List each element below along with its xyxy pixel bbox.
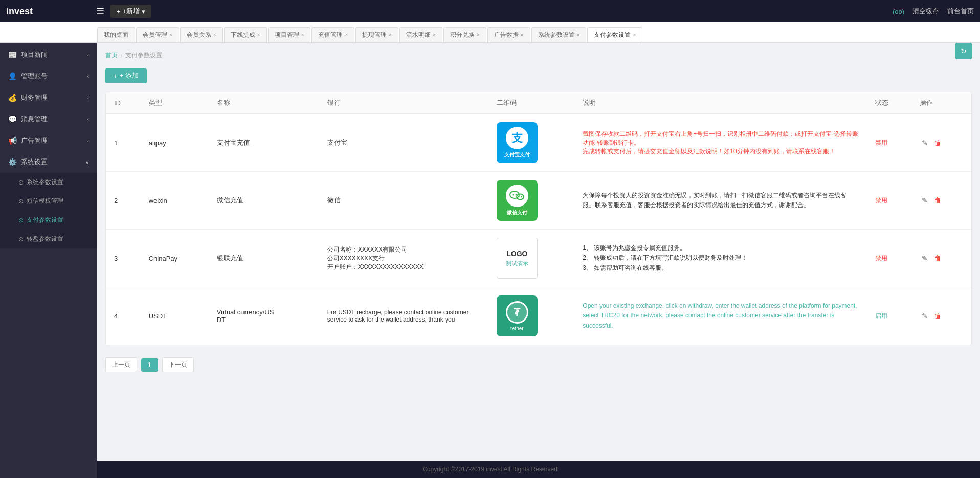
edit-button[interactable]: ✎ bbox=[920, 253, 930, 263]
status-badge: 禁用 bbox=[875, 197, 887, 204]
delete-button[interactable]: 🗑 bbox=[932, 138, 943, 148]
submenu-wheel-params[interactable]: ⊙ 转盘参数设置 bbox=[0, 230, 97, 248]
pagination: 上一页 1 下一页 bbox=[105, 353, 972, 376]
tab-close-icon[interactable]: × bbox=[169, 32, 172, 38]
qr-weixin-image: 微信支付 bbox=[497, 180, 538, 221]
cell-qr: 支 支付宝支付 bbox=[488, 114, 574, 172]
breadcrumb-home[interactable]: 首页 bbox=[105, 51, 118, 60]
tab-sys-params[interactable]: 系统参数设置 × bbox=[531, 27, 587, 42]
dropdown-arrow-icon: ▾ bbox=[142, 8, 145, 15]
cell-type: ChinaPay bbox=[141, 230, 209, 287]
qr-tether-image: ₮ tether bbox=[497, 295, 538, 336]
cell-actions: ✎ 🗑 bbox=[911, 230, 971, 287]
alipay-icon: 支 bbox=[506, 127, 528, 149]
col-desc: 说明 bbox=[574, 92, 867, 114]
wechat-icon bbox=[506, 185, 528, 207]
sidebar-item-news[interactable]: 📰 项目新闻 ‹ bbox=[0, 44, 97, 65]
submenu-icon: ⊙ bbox=[18, 179, 24, 186]
tab-label: 充值管理 bbox=[318, 31, 343, 39]
sidebar-item-finance[interactable]: 💰 财务管理 ‹ bbox=[0, 87, 97, 108]
menu-toggle-icon[interactable]: ☰ bbox=[96, 6, 104, 17]
submenu-sms-template[interactable]: ⊙ 短信模板管理 bbox=[0, 192, 97, 211]
tab-label: 我的桌面 bbox=[104, 31, 128, 39]
tab-desktop[interactable]: 我的桌面 bbox=[97, 27, 135, 42]
add-record-button[interactable]: + + 添加 bbox=[105, 68, 147, 83]
submenu-sys-params[interactable]: ⊙ 系统参数设置 bbox=[0, 173, 97, 192]
clear-cache-button[interactable]: 清空缓存 bbox=[912, 7, 939, 16]
tab-label: 系统参数设置 bbox=[538, 31, 575, 39]
cell-qr: ₮ tether bbox=[488, 287, 574, 345]
cell-bank: For USDT recharge, please contact online… bbox=[319, 287, 488, 345]
prev-page-button[interactable]: 上一页 bbox=[105, 357, 137, 372]
tab-close-icon[interactable]: × bbox=[633, 32, 636, 38]
tab-project-mgmt[interactable]: 项目管理 × bbox=[268, 27, 311, 42]
tab-close-icon[interactable]: × bbox=[389, 32, 392, 38]
page-1-button[interactable]: 1 bbox=[141, 358, 158, 372]
chevron-right-icon: ‹ bbox=[87, 95, 89, 101]
delete-button[interactable]: 🗑 bbox=[932, 195, 943, 206]
edit-button[interactable]: ✎ bbox=[920, 311, 930, 321]
tab-label: 广告数据 bbox=[494, 31, 519, 39]
tab-ad-data[interactable]: 广告数据 × bbox=[487, 27, 530, 42]
frontend-home-button[interactable]: 前台首页 bbox=[947, 7, 974, 16]
cell-desc: 1、 该账号为兆徽金投专属充值服务。 2、 转账成功后，请在下方填写汇款说明以便… bbox=[574, 230, 867, 287]
tab-points[interactable]: 积分兑换 × bbox=[443, 27, 486, 42]
tab-member-relation[interactable]: 会员关系 × bbox=[180, 27, 223, 42]
tab-withdraw[interactable]: 提现管理 × bbox=[355, 27, 398, 42]
tab-label: 支付参数设置 bbox=[594, 31, 631, 39]
user-display[interactable]: (oo) bbox=[893, 8, 904, 15]
chevron-right-icon: ‹ bbox=[87, 138, 89, 144]
chevron-down-icon: ∨ bbox=[85, 160, 89, 165]
cell-type: USDT bbox=[141, 287, 209, 345]
tab-downline[interactable]: 下线提成 × bbox=[224, 27, 267, 42]
submenu-payment-params[interactable]: ⊙ 支付参数设置 bbox=[0, 211, 97, 230]
svg-point-5 bbox=[521, 196, 522, 197]
cell-actions: ✎ 🗑 bbox=[911, 287, 971, 345]
table-row: 4 USDT Virtual currency/USDT For USDT re… bbox=[106, 287, 971, 345]
ads-icon: 📢 bbox=[8, 136, 17, 145]
delete-button[interactable]: 🗑 bbox=[932, 311, 943, 321]
app-logo: invest bbox=[6, 6, 88, 17]
breadcrumb-current: 支付参数设置 bbox=[125, 51, 162, 60]
edit-button[interactable]: ✎ bbox=[920, 195, 930, 206]
tab-close-icon[interactable]: × bbox=[477, 32, 480, 38]
col-id: ID bbox=[106, 92, 141, 114]
tab-close-icon[interactable]: × bbox=[345, 32, 348, 38]
tab-recharge[interactable]: 充值管理 × bbox=[311, 27, 354, 42]
cell-status: 禁用 bbox=[867, 114, 911, 172]
edit-button[interactable]: ✎ bbox=[920, 138, 930, 148]
col-qr: 二维码 bbox=[488, 92, 574, 114]
tab-flow-detail[interactable]: 流水明细 × bbox=[399, 27, 442, 42]
tab-close-icon[interactable]: × bbox=[257, 32, 260, 38]
tab-close-icon[interactable]: × bbox=[433, 32, 436, 38]
cell-qr: LOGO 测试演示 bbox=[488, 230, 574, 287]
svg-point-4 bbox=[518, 196, 519, 197]
status-badge: 启用 bbox=[875, 312, 887, 320]
quick-add-button[interactable]: + +新增 ▾ bbox=[110, 5, 151, 18]
col-bank: 银行 bbox=[319, 92, 488, 114]
tab-close-icon[interactable]: × bbox=[577, 32, 580, 38]
tab-payment-params[interactable]: 支付参数设置 × bbox=[587, 27, 642, 42]
next-page-button[interactable]: 下一页 bbox=[162, 357, 194, 372]
sidebar-item-message[interactable]: 💬 消息管理 ‹ bbox=[0, 108, 97, 130]
col-action: 操作 bbox=[911, 92, 971, 114]
tab-label: 会员关系 bbox=[187, 31, 211, 39]
tab-label: 提现管理 bbox=[362, 31, 387, 39]
submenu-icon: ⊙ bbox=[18, 217, 24, 224]
sidebar-item-ads[interactable]: 📢 广告管理 ‹ bbox=[0, 130, 97, 151]
tab-close-icon[interactable]: × bbox=[213, 32, 216, 38]
cell-name: 银联充值 bbox=[209, 230, 319, 287]
tab-close-icon[interactable]: × bbox=[521, 32, 524, 38]
sidebar-item-label: 系统设置 bbox=[21, 157, 48, 167]
tab-label: 积分兑换 bbox=[450, 31, 475, 39]
refresh-button[interactable]: ↻ bbox=[955, 43, 972, 59]
delete-button[interactable]: 🗑 bbox=[932, 253, 943, 263]
sidebar-item-accounts[interactable]: 👤 管理账号 ‹ bbox=[0, 65, 97, 87]
tab-close-icon[interactable]: × bbox=[301, 32, 304, 38]
breadcrumb: 首页 / 支付参数设置 bbox=[105, 51, 972, 60]
sidebar-item-system[interactable]: ⚙️ 系统设置 ∨ bbox=[0, 151, 97, 173]
tab-member-mgmt[interactable]: 会员管理 × bbox=[136, 27, 179, 42]
cell-desc: 截图保存收款二维码，打开支付宝右上角+号扫一扫，识别相册中二维码付款；或打开支付… bbox=[574, 114, 867, 172]
cell-bank: 微信 bbox=[319, 172, 488, 230]
cell-name: 微信充值 bbox=[209, 172, 319, 230]
